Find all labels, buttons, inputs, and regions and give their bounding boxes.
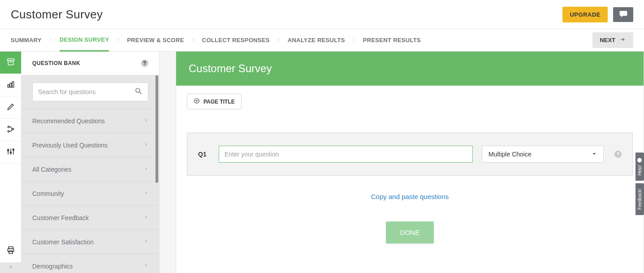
question-bank-panel: QUESTION BANK ? Recommended Questions Pr…	[22, 52, 160, 273]
speech-bubble-icon	[618, 9, 628, 20]
category-label: Customer Feedback	[32, 214, 89, 221]
svg-rect-2	[8, 61, 13, 65]
chevron-right-icon	[276, 36, 281, 44]
search-wrap	[22, 75, 159, 108]
rail-options[interactable]	[0, 141, 21, 164]
page-title-button[interactable]: PAGE TITLE	[187, 94, 242, 109]
category-label: Demographics	[32, 263, 73, 270]
category-community[interactable]: Community	[22, 181, 159, 205]
copy-paste-link[interactable]: Copy and paste questions	[371, 193, 449, 200]
svg-line-20	[139, 92, 142, 94]
category-previously-used-questions[interactable]: Previously Used Questions	[22, 133, 159, 157]
search-icon	[134, 87, 143, 97]
floating-tabs: Help! Feedback!	[635, 152, 644, 215]
survey-name: Customer Survey	[11, 8, 103, 22]
chevron-right-icon	[48, 36, 53, 44]
help-tab[interactable]: Help!	[635, 152, 644, 181]
tab-summary[interactable]: SUMMARY	[11, 30, 42, 51]
rail-build[interactable]	[0, 74, 21, 96]
done-button[interactable]: DONE	[386, 221, 434, 243]
svg-point-19	[136, 88, 140, 92]
next-button[interactable]: NEXT	[592, 32, 633, 48]
tab-collect-responses[interactable]: COLLECT RESPONSES	[202, 30, 270, 51]
question-type-value: Multiple Choice	[488, 151, 532, 158]
main-body: QUESTION BANK ? Recommended Questions Pr…	[0, 52, 644, 273]
feedback-tab[interactable]: Feedback!	[635, 183, 644, 215]
chevron-left-icon	[8, 264, 13, 272]
category-label: All Categories	[32, 166, 71, 173]
question-type-select[interactable]: Multiple Choice	[482, 146, 604, 163]
svg-rect-18	[9, 251, 12, 254]
svg-rect-6	[12, 82, 13, 87]
workflow-tabs: SUMMARY DESIGN SURVEY PREVIEW & SCORE CO…	[11, 29, 421, 51]
question-number: Q1	[198, 151, 210, 158]
copy-paste-wrap: Copy and paste questions	[187, 193, 633, 201]
chevron-right-icon	[115, 36, 121, 44]
sliders-icon	[6, 147, 15, 158]
upgrade-button[interactable]: UPGRADE	[562, 7, 608, 22]
tab-present-results[interactable]: PRESENT RESULTS	[363, 30, 421, 51]
feedback-tab-label: Feedback!	[637, 189, 642, 210]
chevron-right-icon	[144, 214, 148, 221]
svg-point-8	[8, 130, 9, 132]
chevron-right-icon	[190, 36, 196, 44]
search-box[interactable]	[32, 82, 148, 101]
scrollbar-thumb[interactable]	[156, 75, 158, 183]
question-bank-title: QUESTION BANK	[32, 60, 80, 66]
workflow-tabs-row: SUMMARY DESIGN SURVEY PREVIEW & SCORE CO…	[0, 29, 644, 52]
category-all-categories[interactable]: All Categories	[22, 157, 159, 181]
chat-button[interactable]	[613, 7, 633, 22]
chevron-right-icon	[144, 165, 148, 173]
survey-canvas: Customer Survey PAGE TITLE Q1 Multiple C…	[160, 52, 644, 273]
category-label: Recommended Questions	[32, 117, 105, 125]
survey-title-text: Customer Survey	[189, 62, 272, 74]
tab-design-survey[interactable]: DESIGN SURVEY	[60, 29, 109, 52]
chevron-right-icon	[144, 117, 148, 125]
category-label: Community	[32, 190, 64, 197]
survey-page: Customer Survey PAGE TITLE Q1 Multiple C…	[176, 52, 644, 273]
topbar-actions: UPGRADE	[562, 7, 633, 22]
svg-marker-24	[593, 153, 596, 155]
help-tab-label: Help!	[637, 165, 642, 175]
chevron-right-icon	[351, 36, 357, 44]
top-bar: Customer Survey UPGRADE	[0, 0, 644, 29]
chevron-right-icon	[144, 262, 148, 270]
chat-dot-icon	[638, 158, 642, 162]
chevron-right-icon	[144, 141, 148, 149]
left-rail	[0, 52, 22, 273]
question-bank-header: QUESTION BANK ?	[22, 52, 159, 75]
chevron-right-icon	[144, 190, 148, 197]
tab-analyze-results[interactable]: ANALYZE RESULTS	[288, 30, 345, 51]
rail-appearance[interactable]	[0, 96, 21, 119]
svg-rect-5	[10, 83, 11, 87]
category-recommended-questions[interactable]: Recommended Questions	[22, 108, 159, 133]
rail-logic[interactable]	[0, 119, 21, 141]
print-icon	[6, 246, 15, 256]
tab-preview-score[interactable]: PREVIEW & SCORE	[127, 30, 184, 51]
question-bank-body: Recommended Questions Previously Used Qu…	[22, 75, 159, 273]
pencil-icon	[6, 102, 15, 113]
done-wrap: DONE	[187, 221, 633, 243]
question-help-icon[interactable]: ?	[614, 151, 622, 158]
category-demographics[interactable]: Demographics	[22, 254, 159, 273]
survey-content: PAGE TITLE Q1 Multiple Choice ? Copy and…	[176, 86, 644, 261]
chevron-right-icon	[144, 238, 148, 246]
question-block: Q1 Multiple Choice ?	[187, 133, 633, 176]
survey-title-bar[interactable]: Customer Survey	[176, 52, 644, 86]
logic-icon	[6, 125, 15, 135]
svg-rect-4	[8, 84, 9, 87]
archive-icon	[6, 57, 15, 68]
question-text-input[interactable]	[219, 146, 473, 163]
search-input[interactable]	[38, 88, 134, 95]
category-customer-satisfaction[interactable]: Customer Satisfaction	[22, 230, 159, 254]
category-label: Previously Used Questions	[32, 142, 108, 149]
arrow-right-icon	[619, 37, 626, 43]
rail-collapse[interactable]	[0, 262, 21, 273]
rail-question-bank[interactable]	[0, 52, 21, 74]
rail-print[interactable]	[0, 240, 21, 262]
page-title-label: PAGE TITLE	[203, 99, 235, 105]
svg-point-9	[12, 128, 13, 130]
category-label: Customer Satisfaction	[32, 238, 94, 246]
category-customer-feedback[interactable]: Customer Feedback	[22, 205, 159, 230]
help-icon[interactable]: ?	[141, 60, 148, 67]
